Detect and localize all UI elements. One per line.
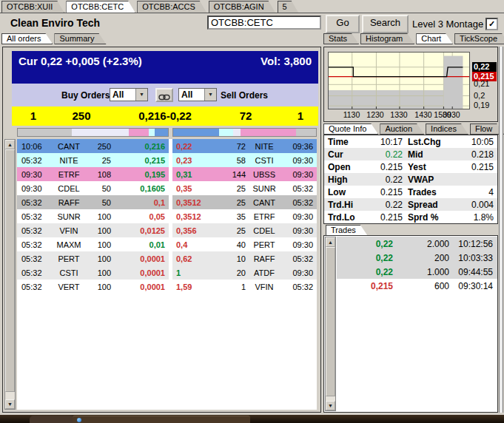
ask-price: 0,3512 [172, 212, 218, 221]
bid-side[interactable]: 09:30CDEL500,1605 [17, 181, 169, 195]
ask-side[interactable]: 0,6210RAFF05:32 [172, 251, 317, 265]
search-button[interactable]: Search [362, 15, 409, 33]
tab-otcbb-xuii[interactable]: OTCBB:XUII [1, 1, 64, 13]
bid-time: 05:32 [17, 282, 48, 291]
trade-size: 600 [393, 281, 449, 291]
order-book-row[interactable]: 05:32MAXM1000,010,440PERT09:30 [17, 237, 317, 251]
trades-scrollbar[interactable]: ▲ ▼ [325, 237, 336, 411]
ask-side[interactable]: 0,351235ETRF09:30 [172, 209, 317, 223]
tab-otcbb-agin[interactable]: OTCBB:AGIN [209, 1, 276, 13]
scrollbar-thumb[interactable] [5, 149, 15, 392]
window-scrollbar-track[interactable] [499, 47, 503, 413]
bid-side[interactable]: 05:32CSTI1000,0001 [17, 265, 169, 280]
scrollbar-track[interactable] [326, 247, 335, 401]
trade-time: 09:44:55 [449, 267, 497, 277]
tab-quote-info[interactable]: Quote Info [323, 123, 378, 135]
tab-tickscope[interactable]: TickScope [454, 33, 504, 44]
scroll-down-icon[interactable]: ▼ [326, 401, 335, 410]
order-book-scrollbar[interactable]: ▲ ▼ [4, 139, 16, 410]
trade-price: 0,22 [337, 253, 393, 263]
quote-value: 0.215 [454, 162, 497, 172]
bid-side[interactable]: 05:32RAFF500,1 [17, 195, 169, 209]
ask-side[interactable]: 120ATDF09:30 [172, 265, 317, 280]
ask-side[interactable]: 0,2358CSTI09:30 [172, 153, 317, 167]
link-filters-button[interactable] [155, 88, 173, 102]
tab-stats[interactable]: Stats [323, 33, 359, 44]
tab-all-orders[interactable]: All orders [1, 33, 53, 44]
tab-chart[interactable]: Chart [416, 33, 453, 44]
bid-side[interactable]: 05:32NITE250,215 [17, 153, 169, 167]
taskbar-segment[interactable] [30, 416, 74, 423]
quote-label: High [324, 175, 363, 185]
ask-mm-name: NITE [246, 142, 283, 151]
order-book-row[interactable]: 05:32SUNR1000,050,351235ETRF09:30 [17, 209, 317, 223]
taskbar-window-button[interactable] [73, 416, 250, 423]
ask-side[interactable]: 0,35625CDEL09:30 [172, 223, 317, 237]
bid-price: 0,0001 [111, 282, 169, 291]
analysis-tab-bar: StatsHistogramChartTickScope [323, 33, 504, 44]
chevron-down-icon[interactable]: ▼ [135, 89, 147, 101]
sell-filter-dropdown[interactable]: All ▼ [178, 88, 217, 101]
tab-histogram[interactable]: Histogram [360, 33, 414, 44]
scroll-down-icon[interactable]: ▼ [5, 399, 15, 409]
trade-row[interactable]: 0,2220010:03:33 [337, 251, 497, 265]
ask-side[interactable]: 0,2272NITE09:36 [172, 139, 317, 153]
scrollbar-track[interactable] [5, 149, 15, 399]
scroll-up-icon[interactable]: ▲ [5, 140, 15, 149]
bid-side[interactable]: 05:32SUNR1000,05 [17, 209, 169, 223]
level3-montage-checkbox[interactable]: ✓ [485, 18, 498, 30]
order-book-row[interactable]: 10:06CANT2500,2160,2272NITE09:36 [17, 139, 317, 153]
quote-value: 0.004 [454, 200, 497, 210]
order-book-row[interactable]: 05:32NITE250,2150,2358CSTI09:30 [17, 153, 317, 167]
ask-size: 25 [218, 226, 246, 235]
tab-label: OTCBB:CETC [71, 2, 124, 11]
bid-side[interactable]: 05:32MAXM1000,01 [17, 237, 169, 251]
scrollbar-thumb[interactable] [326, 247, 335, 396]
bid-side[interactable]: 10:06CANT2500,216 [17, 139, 169, 153]
tab-indices[interactable]: Indices [426, 123, 468, 135]
tab-auction[interactable]: Auction [380, 123, 424, 135]
tab-otcbb-accs[interactable]: OTCBB:ACCS [137, 1, 207, 13]
trade-row[interactable]: 0,21560009:30:14 [337, 279, 497, 293]
bid-time: 10:06 [17, 142, 48, 151]
trade-row[interactable]: 0,222.00010:12:56 [337, 237, 497, 251]
tab-summary[interactable]: Summary [54, 33, 106, 44]
scroll-up-icon[interactable]: ▲ [326, 237, 335, 247]
taskbar[interactable] [0, 415, 504, 423]
bid-side[interactable]: 05:32VERT1000,0001 [17, 280, 169, 294]
bid-time: 05:32 [17, 268, 48, 277]
tab-5[interactable]: 5 [278, 1, 299, 13]
bid-size: 100 [90, 226, 111, 235]
bid-side[interactable]: 09:30ETRF1080,195 [17, 167, 169, 181]
order-book-row[interactable]: 09:30ETRF1080,1950,31144UBSS09:30 [17, 167, 317, 181]
chevron-down-icon[interactable]: ▼ [204, 89, 216, 101]
ask-side[interactable]: 1,591VFIN05:32 [172, 280, 317, 294]
ask-side[interactable]: 0,3525SUNR05:32 [172, 181, 317, 195]
ask-price: 0,4 [172, 240, 218, 249]
order-book-row[interactable]: 09:30CDEL500,16050,3525SUNR05:32 [17, 181, 317, 195]
tab-otcbb-cetc[interactable]: OTCBB:CETC [66, 1, 135, 13]
ask-time: 09:30 [283, 156, 317, 165]
tab-label: Indices [431, 124, 457, 133]
trade-row[interactable]: 0,221.00009:44:55 [337, 265, 497, 279]
tab-label: OTCBB:ACCS [142, 2, 195, 11]
go-button[interactable]: Go [326, 15, 360, 33]
order-book-row[interactable]: 05:32VFIN1000,01250,35625CDEL09:30 [17, 223, 317, 237]
ask-mm-name: PERT [246, 240, 283, 249]
bid-size: 100 [90, 282, 111, 291]
ask-mm-name: VFIN [246, 282, 283, 291]
bid-side[interactable]: 05:32VFIN1000,0125 [17, 223, 169, 237]
ask-side[interactable]: 0,31144UBSS09:30 [172, 167, 317, 181]
ask-side[interactable]: 0,351225CANT05:32 [172, 195, 317, 209]
symbol-input[interactable] [207, 16, 321, 30]
bid-mm-name: CDEL [48, 184, 90, 193]
order-filter-bar: Buy Orders All ▼ All ▼ Sell Orders [12, 84, 318, 106]
order-book-row[interactable]: 05:32RAFF500,10,351225CANT05:32 [17, 195, 317, 209]
ask-side[interactable]: 0,440PERT09:30 [172, 237, 317, 251]
buy-filter-dropdown[interactable]: All ▼ [110, 88, 148, 101]
order-book-row[interactable]: 05:32PERT1000,00010,6210RAFF05:32 [17, 251, 317, 265]
order-book-row[interactable]: 05:32CSTI1000,0001120ATDF09:30 [17, 265, 317, 280]
tab-trades[interactable]: Trades [326, 225, 368, 236]
order-book-row[interactable]: 05:32VERT1000,00011,591VFIN05:32 [17, 280, 317, 294]
bid-side[interactable]: 05:32PERT1000,0001 [17, 251, 169, 265]
